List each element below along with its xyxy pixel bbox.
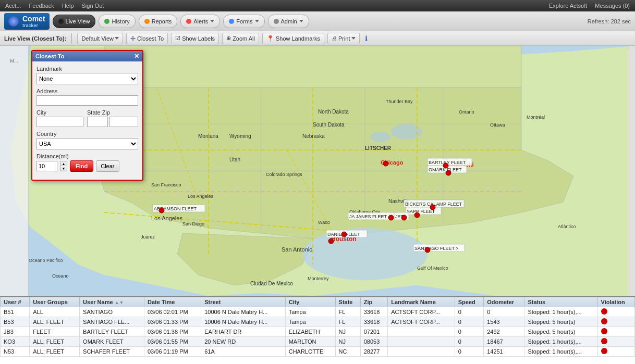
cell-status: Stopped: 1 hour(s),... [524,307,597,317]
zip-input[interactable] [109,117,138,127]
col-street[interactable]: Street [201,297,285,307]
svg-text:Thunder Bay: Thunder Bay [386,99,413,104]
signout-link[interactable]: Sign Out [82,3,104,9]
col-odometer[interactable]: Odometer [484,297,524,307]
spinner-down[interactable]: ▼ [60,166,67,171]
table-header-row: User # User Groups User Name ▲▼ Date Tim… [1,297,635,307]
print-btn[interactable]: 🖨 Print [327,33,360,44]
col-violation[interactable]: Violation [597,297,634,307]
col-user-num[interactable]: User # [1,297,30,307]
svg-text:SANTIAGO FLEET >: SANTIAGO FLEET > [414,246,459,251]
svg-point-76 [341,232,347,237]
closest-to-btn[interactable]: ✛ Closest To [126,33,168,44]
distance-spinner[interactable]: ▲ ▼ [60,161,67,171]
nav-liveview-label: Live View [66,18,90,24]
top-bar: Acct... Feedback Help Sign Out Explore A… [0,0,635,11]
table-body: B51 ALL SANTIAGO 03/06 02:01 PM 10006 N … [1,307,635,357]
clear-button[interactable]: Clear [96,160,119,172]
country-select[interactable]: USA [36,138,138,149]
cell-street: 10006 N Dale Mabry H... [201,317,285,327]
svg-text:Los Angeles: Los Angeles [151,215,182,221]
messages-link[interactable]: Messages (0) [595,3,630,9]
cell-state: NJ [335,337,360,347]
svg-text:Oceano Pacifico: Oceano Pacifico [29,258,63,263]
cell-zip: 33618 [360,317,388,327]
default-view-btn[interactable]: Default View [77,33,123,44]
show-labels-btn[interactable]: ☑ Show Labels [171,33,219,44]
top-bar-right: Explore Actsoft Messages (0) [549,3,630,9]
distance-input[interactable] [36,161,57,171]
svg-text:Montréal: Montréal [527,115,545,120]
logo-bar: Comet tracker Live View History Reports … [0,11,635,31]
table-row[interactable]: JB3 FLEET BARTLEY FLEET 03/06 01:38 PM E… [1,327,635,337]
state-input[interactable] [87,117,108,127]
col-landmark[interactable]: Landmark Name [388,297,455,307]
address-label: Address [36,88,138,94]
table-row[interactable]: N53 ALL; FLEET SCHAFER FLEET 03/06 01:19… [1,347,635,357]
nav-reports-label: Reports [152,18,172,24]
svg-text:Waco: Waco [318,220,330,225]
acct-link[interactable]: Acct... [5,3,21,9]
show-landmarks-btn[interactable]: 📍 Show Landmarks [262,33,324,44]
country-label: Country [36,131,138,137]
logo-sub: tracker [22,23,45,28]
cell-landmark [388,327,455,337]
nav-alerts[interactable]: Alerts [180,15,220,28]
help-link[interactable]: Help [62,3,74,9]
landmark-label: Landmark [36,66,138,72]
svg-point-71 [446,170,451,175]
panel-close-btn[interactable]: ✕ [134,53,139,60]
cell-odometer: 14251 [484,347,524,357]
cell-odometer: 2492 [484,327,524,337]
default-view-arrow [115,37,119,40]
city-label: City [36,109,84,116]
cell-name: SANTIAGO [80,307,144,317]
svg-text:Los Angeles: Los Angeles [188,194,214,199]
cell-datetime: 03/06 01:19 PM [144,347,201,357]
spinner-up[interactable]: ▲ [60,161,67,166]
col-zip[interactable]: Zip [360,297,388,307]
nav-reports[interactable]: Reports [139,15,178,28]
address-input[interactable] [36,95,138,106]
nav-forms[interactable]: Forms [223,15,264,28]
col-user-name[interactable]: User Name ▲▼ [80,297,144,307]
svg-text:Ontario: Ontario [459,109,474,115]
landmark-select[interactable]: None [36,73,138,84]
city-input[interactable] [36,117,83,127]
cell-zip: 07201 [360,327,388,337]
panel-title: Closest To [35,53,64,59]
feedback-link[interactable]: Feedback [29,3,54,9]
svg-text:San Diego: San Diego [182,221,204,227]
col-city[interactable]: City [285,297,335,307]
table-row[interactable]: KO3 ALL; FLEET OMARK FLEET 03/06 01:55 P… [1,337,635,347]
cell-speed: 0 [455,307,483,317]
table-row[interactable]: B53 ALL; FLEET SANTIAGO FLE... 03/06 01:… [1,317,635,327]
cell-violation [597,347,634,357]
nav-alerts-label: Alerts [193,18,208,24]
cell-landmark [388,337,455,347]
map-scrollbar[interactable] [629,46,635,296]
col-status[interactable]: Status [524,297,597,307]
col-datetime[interactable]: Date Time [144,297,201,307]
col-state[interactable]: State [335,297,360,307]
state-zip-label: State Zip [87,109,138,116]
zoom-all-btn[interactable]: ⊕ Zoom All [222,33,259,44]
svg-text:Ottawa: Ottawa [490,122,505,128]
svg-text:Juarez: Juarez [141,234,155,240]
nav-liveview[interactable]: Live View [53,15,96,28]
cell-datetime: 03/06 01:55 PM [144,337,201,347]
svg-text:San Francisco: San Francisco [151,182,181,187]
distance-label: Distance(mi) [36,153,138,159]
cell-odometer: 18467 [484,337,524,347]
nav-history[interactable]: History [99,15,135,28]
sort-arrow: ▲▼ [115,300,124,305]
explore-actsoft-link[interactable]: Explore Actsoft [549,3,587,9]
find-button[interactable]: Find [70,160,93,172]
violation-dot [601,318,607,324]
nav-admin[interactable]: Admin [268,15,309,28]
data-table-container[interactable]: User # User Groups User Name ▲▼ Date Tim… [0,296,635,364]
table-row[interactable]: B51 ALL SANTIAGO 03/06 02:01 PM 10006 N … [1,307,635,317]
col-speed[interactable]: Speed [455,297,483,307]
col-user-groups[interactable]: User Groups [30,297,80,307]
info-icon[interactable]: ℹ [365,34,368,43]
